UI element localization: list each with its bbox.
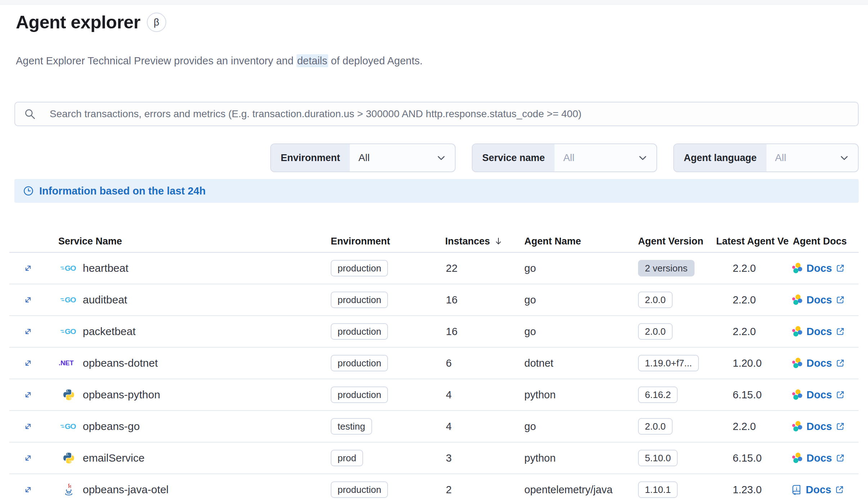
instances-value: 3 xyxy=(441,452,520,464)
external-link-icon xyxy=(836,264,845,273)
column-header-service-name[interactable]: Service Name xyxy=(47,236,326,247)
java-logo-icon xyxy=(58,483,80,496)
subtitle-highlighted-word: details xyxy=(297,54,328,67)
instances-value: 4 xyxy=(441,421,520,432)
agent-docs-link[interactable]: Docs xyxy=(791,452,845,464)
agent-docs-link[interactable]: Docs xyxy=(791,262,845,274)
docs-link-label: Docs xyxy=(806,452,832,464)
agent-docs-link[interactable]: Docs xyxy=(791,357,845,369)
agent-name: go xyxy=(520,326,635,338)
elastic-logo-icon xyxy=(791,262,803,274)
expand-icon xyxy=(23,358,33,368)
external-link-icon xyxy=(836,295,845,305)
page-title: Agent explorer xyxy=(16,11,140,33)
table-header-row: Service Name Environment Instances Agent… xyxy=(9,230,859,253)
service-name: packetbeat xyxy=(83,325,136,338)
docs-link-label: Docs xyxy=(806,389,832,401)
page-subtitle: Agent Explorer Technical Preview provide… xyxy=(16,54,852,68)
documentation-icon xyxy=(791,484,802,495)
expand-icon xyxy=(23,326,33,337)
agent-version-badge: 2.0.0 xyxy=(638,292,673,308)
top-strip xyxy=(0,0,868,5)
column-header-instances[interactable]: Instances xyxy=(441,236,520,247)
elastic-logo-icon xyxy=(791,421,803,432)
table-row: opbeans-pythonproduction4python6.16.26.1… xyxy=(9,379,859,411)
docs-link-label: Docs xyxy=(806,326,832,338)
expand-row-button[interactable] xyxy=(21,356,36,371)
latest-agent-version: 2.2.0 xyxy=(713,294,790,306)
table-row: .NETopbeans-dotnetproduction6dotnet1.19.… xyxy=(9,348,859,379)
environment-badge: production xyxy=(331,355,388,371)
search-input[interactable] xyxy=(14,102,859,126)
service-name: opbeans-dotnet xyxy=(83,357,158,369)
service-name: opbeans-go xyxy=(83,420,140,432)
elastic-logo-icon xyxy=(791,452,803,464)
page-header: Agent explorer β xyxy=(16,11,852,33)
instances-value: 2 xyxy=(441,484,520,496)
agent-version-badge[interactable]: 2 versions xyxy=(638,260,695,276)
column-header-latest-agent-version[interactable]: Latest Agent Ve xyxy=(713,236,790,247)
chevron-down-icon xyxy=(638,144,656,171)
service-name-filter-value: All xyxy=(555,144,638,171)
column-header-agent-name[interactable]: Agent Name xyxy=(520,236,635,247)
expand-icon xyxy=(23,453,33,463)
column-header-instances-label: Instances xyxy=(445,236,490,247)
agent-explorer-page: { "page": { "title": "Agent explorer", "… xyxy=(0,0,868,499)
python-logo-icon xyxy=(58,389,80,401)
agent-docs-link[interactable]: Docs xyxy=(791,389,845,401)
expand-row-button[interactable] xyxy=(21,324,36,339)
svg-text:GO: GO xyxy=(65,264,76,272)
expand-row-button[interactable] xyxy=(21,292,36,307)
column-header-agent-version: Agent Version xyxy=(635,236,713,247)
service-name-filter[interactable]: Service name All xyxy=(472,143,657,172)
subtitle-text-end: of deployed Agents. xyxy=(328,55,423,67)
agent-language-filter[interactable]: Agent language All xyxy=(673,143,859,172)
svg-text:GO: GO xyxy=(65,422,76,430)
expand-row-button[interactable] xyxy=(21,482,36,497)
elastic-logo-icon xyxy=(791,326,803,337)
agent-language-filter-label: Agent language xyxy=(674,144,767,171)
expand-row-button[interactable] xyxy=(21,387,36,402)
expand-row-button[interactable] xyxy=(21,419,36,434)
expand-icon xyxy=(23,294,33,305)
elastic-logo-icon xyxy=(791,357,803,369)
table-row: GOopbeans-gotesting4go2.0.02.2.0Docs xyxy=(9,411,859,443)
go-logo-icon: GO xyxy=(58,327,80,336)
external-link-icon xyxy=(836,422,845,431)
service-name: opbeans-java-otel xyxy=(83,484,169,496)
dotnet-logo-icon: .NET xyxy=(58,359,80,368)
go-logo-icon: GO xyxy=(58,264,80,273)
environment-badge: production xyxy=(331,481,388,498)
chevron-down-icon xyxy=(839,144,858,171)
agent-name: python xyxy=(520,452,635,464)
agent-docs-link[interactable]: Docs xyxy=(791,484,844,496)
environment-filter-value: All xyxy=(350,144,436,171)
service-name: heartbeat xyxy=(83,262,128,274)
svg-text:GO: GO xyxy=(65,296,76,304)
sort-desc-icon xyxy=(494,237,503,246)
agent-name: opentelemetry/java xyxy=(520,484,635,496)
agent-name: go xyxy=(520,294,635,306)
agent-version-badge: 1.19.0+f7... xyxy=(638,355,699,371)
expand-row-button[interactable] xyxy=(21,450,36,466)
table-row: GOheartbeatproduction22go2 versions2.2.0… xyxy=(9,253,859,284)
agent-docs-link[interactable]: Docs xyxy=(791,326,845,338)
expand-icon xyxy=(23,421,33,432)
clock-icon xyxy=(23,186,34,196)
environment-badge: production xyxy=(331,260,388,276)
environment-badge: production xyxy=(331,323,388,340)
latest-agent-version: 6.15.0 xyxy=(713,389,790,401)
column-header-agent-docs: Agent Docs xyxy=(790,236,859,247)
agent-docs-link[interactable]: Docs xyxy=(791,294,845,306)
environment-filter[interactable]: Environment All xyxy=(270,143,456,172)
agent-version-badge: 2.0.0 xyxy=(638,418,673,435)
column-header-environment[interactable]: Environment xyxy=(326,236,441,247)
time-range-banner: Information based on the last 24h xyxy=(14,179,859,203)
environment-filter-label: Environment xyxy=(271,144,350,171)
table-body: GOheartbeatproduction22go2 versions2.2.0… xyxy=(9,253,859,499)
expand-icon xyxy=(23,263,33,274)
expand-row-button[interactable] xyxy=(21,261,36,276)
agent-name: go xyxy=(520,262,635,274)
agent-docs-link[interactable]: Docs xyxy=(791,421,845,432)
search-bar xyxy=(14,102,859,126)
